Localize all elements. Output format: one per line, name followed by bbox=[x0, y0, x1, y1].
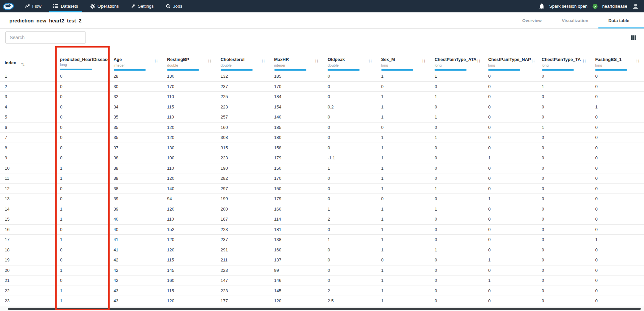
nav-item-jobs[interactable]: Jobs bbox=[160, 0, 188, 12]
nav-item-settings[interactable]: Settings bbox=[125, 0, 160, 12]
app-logo[interactable] bbox=[0, 0, 19, 12]
cell: 179 bbox=[270, 196, 323, 201]
cell: 2 bbox=[323, 217, 376, 222]
column-name: ChestPainType_TA bbox=[542, 57, 581, 62]
cell: 110 bbox=[162, 94, 216, 99]
cell: 1 bbox=[376, 217, 430, 222]
view-columns-icon[interactable] bbox=[631, 35, 637, 41]
column-header-Oldpeak[interactable]: Oldpeak↑↓double bbox=[323, 46, 376, 71]
cell: 0 bbox=[537, 176, 591, 181]
cell: 1 bbox=[430, 207, 483, 212]
cell: 1 bbox=[323, 207, 376, 212]
cell: 291 bbox=[216, 247, 270, 252]
cell: 13 bbox=[0, 196, 55, 201]
cell: 1 bbox=[430, 94, 483, 99]
tab-visualization[interactable]: Visualization bbox=[552, 12, 598, 28]
cell: 0 bbox=[323, 257, 376, 262]
cell: 0 bbox=[55, 84, 109, 89]
table-row: 1303994199179000100 bbox=[0, 194, 644, 204]
column-header-RestingBP[interactable]: RestingBP↑↓double bbox=[162, 46, 216, 71]
cell: 257 bbox=[216, 114, 270, 120]
column-header-ChestPainType_ATA[interactable]: ChestPainType_ATA↑↓long bbox=[430, 46, 483, 71]
cell: 185 bbox=[270, 74, 323, 79]
nav-item-flow[interactable]: Flow bbox=[19, 0, 47, 12]
cell: 0 bbox=[590, 257, 644, 262]
cell: 0 bbox=[55, 145, 109, 150]
cell: 0 bbox=[55, 155, 109, 160]
cell: 0 bbox=[483, 227, 537, 232]
cell: 1 bbox=[376, 186, 430, 191]
cell: 35 bbox=[109, 135, 163, 140]
column-header-Cholesterol[interactable]: Cholesterol↑↓double bbox=[216, 46, 270, 71]
cell: 0 bbox=[323, 268, 376, 273]
cell: 180 bbox=[270, 135, 323, 140]
tab-data-table[interactable]: Data table bbox=[598, 12, 644, 28]
column-header-MaxHR[interactable]: MaxHR↑↓integer bbox=[270, 46, 323, 71]
cell: 0 bbox=[430, 227, 483, 232]
cell: 1 bbox=[376, 207, 430, 212]
column-header-Sex_M[interactable]: Sex_M↑↓long bbox=[376, 46, 430, 71]
cell: 0 bbox=[323, 125, 376, 130]
cell: 5 bbox=[0, 114, 55, 120]
cell: 0 bbox=[483, 176, 537, 181]
cell: 1 bbox=[590, 237, 644, 242]
cell: 0 bbox=[537, 298, 591, 303]
cell: 138 bbox=[270, 237, 323, 242]
cell: 14 bbox=[0, 207, 55, 212]
cell: 0 bbox=[483, 207, 537, 212]
cell: 94 bbox=[162, 196, 216, 201]
cell: 1 bbox=[376, 298, 430, 303]
cell: 115 bbox=[162, 288, 216, 293]
table-row: 2014214522399010000 bbox=[0, 265, 644, 276]
cell: 0 bbox=[483, 166, 537, 171]
cell: 0 bbox=[323, 278, 376, 283]
column-type: double bbox=[328, 63, 372, 67]
column-header-predicted_HeartDisease_1[interactable]: predicted_HeartDisease_1long bbox=[55, 46, 109, 71]
column-header-ChestPainType_TA[interactable]: ChestPainType_TA↑↓long bbox=[537, 46, 591, 71]
cell: 11 bbox=[0, 176, 55, 181]
cell: 37 bbox=[109, 145, 163, 150]
table-row: 15140110167114210000 bbox=[0, 214, 644, 225]
tab-overview[interactable]: Overview bbox=[512, 12, 552, 28]
cell: 40 bbox=[109, 227, 163, 232]
cell: 0 bbox=[323, 74, 376, 79]
column-header-index[interactable]: index↑↓ bbox=[0, 46, 55, 71]
cell: 42 bbox=[109, 278, 163, 283]
cell: 223 bbox=[216, 268, 270, 273]
column-name: MaxHR bbox=[274, 57, 289, 62]
table-row: 21042160147146010100 bbox=[0, 276, 644, 286]
column-header-ChestPainType_NAP[interactable]: ChestPainType_NAP↑↓long bbox=[483, 46, 537, 71]
nav-item-datasets[interactable]: Datasets bbox=[47, 0, 84, 12]
cell: 1 bbox=[55, 166, 109, 171]
column-header-FastingBS_1[interactable]: FastingBS_1↑↓long bbox=[590, 46, 644, 71]
user-avatar-icon[interactable] bbox=[632, 3, 639, 10]
cell: 1 bbox=[55, 176, 109, 181]
cell: 34 bbox=[109, 104, 163, 109]
cell: 42 bbox=[109, 257, 163, 262]
nav-item-operations[interactable]: Operations bbox=[84, 0, 125, 12]
cell: 1 bbox=[430, 74, 483, 79]
cell: 223 bbox=[216, 288, 270, 293]
cell: 152 bbox=[162, 227, 216, 232]
cell: 0 bbox=[483, 237, 537, 242]
search-input[interactable] bbox=[5, 31, 86, 44]
column-header-Age[interactable]: Age↑↓integer bbox=[109, 46, 163, 71]
cell: 7 bbox=[0, 135, 55, 140]
cell: 0 bbox=[323, 94, 376, 99]
horizontal-scrollbar-thumb[interactable] bbox=[8, 308, 641, 310]
cell: 1 bbox=[376, 176, 430, 181]
cell: 21 bbox=[0, 278, 55, 283]
cell: 0 bbox=[590, 186, 644, 191]
table-row: 10138110190150110000 bbox=[0, 163, 644, 174]
notifications-bell-icon[interactable] bbox=[539, 3, 544, 9]
table-row: 8037130315158010000 bbox=[0, 143, 644, 153]
cell: 0 bbox=[376, 84, 430, 89]
cell: 223 bbox=[216, 227, 270, 232]
sort-arrows-icon: ↑↓ bbox=[21, 61, 24, 67]
cell: 211 bbox=[216, 257, 270, 262]
view-tabs: Overview Visualization Data table bbox=[512, 12, 644, 28]
cell: 6 bbox=[0, 125, 55, 130]
cell: 160 bbox=[270, 247, 323, 252]
column-underline-bar bbox=[221, 69, 253, 71]
cell: 170 bbox=[270, 84, 323, 89]
